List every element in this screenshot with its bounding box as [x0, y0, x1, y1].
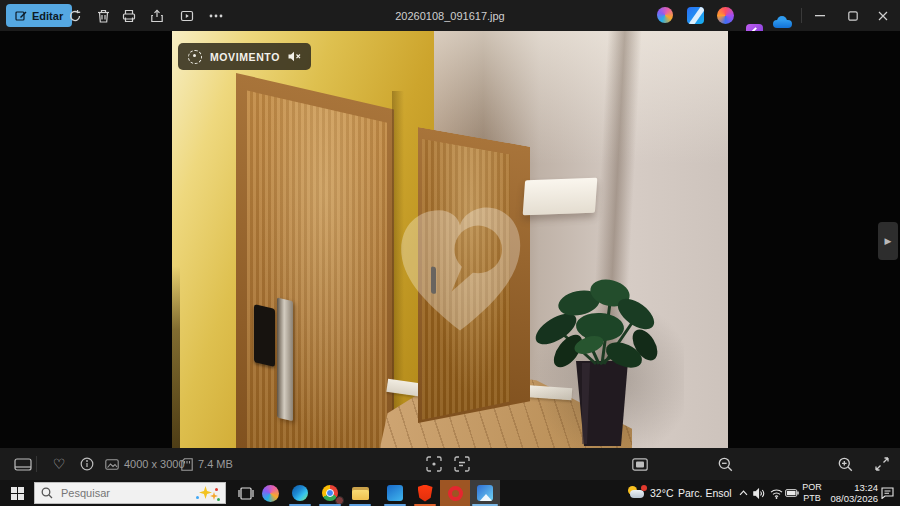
search-icon: [41, 487, 53, 499]
taskbar-edge[interactable]: [285, 480, 315, 506]
tray-chevron-up-icon[interactable]: [736, 480, 750, 506]
onedrive-icon[interactable]: [773, 7, 790, 24]
language-indicator[interactable]: POR PTB: [802, 482, 822, 504]
search-input[interactable]: [59, 486, 171, 500]
wall-fixture: [523, 178, 598, 215]
weather-alert-badge: [641, 485, 647, 491]
file-size: 7.4 MB: [198, 448, 233, 480]
network-icon[interactable]: [768, 480, 784, 506]
clock-time: 13:24: [854, 482, 878, 493]
weather-condition[interactable]: Parc. Ensol: [678, 480, 732, 506]
door-left-panel: [247, 91, 387, 448]
taskbar-clock[interactable]: 13:24 08/03/2026: [822, 482, 878, 504]
zoom-out-icon[interactable]: [714, 448, 736, 480]
taskbar: 32°C Parc. Ensol POR PTB 13:24 08/03/202…: [0, 480, 900, 506]
filesize-icon: [178, 448, 196, 480]
statusbar-divider: [36, 456, 37, 472]
taskbar-brave[interactable]: [410, 480, 440, 506]
favorite-heart-icon[interactable]: ♡: [48, 448, 70, 480]
volume-icon[interactable]: [751, 480, 767, 506]
keyboard-layout: PTB: [803, 493, 821, 504]
motion-label: MOVIMENTO: [210, 51, 280, 63]
photo-stage: MOVIMENTO ▶: [0, 31, 900, 448]
copilot-icon[interactable]: [657, 7, 673, 23]
weather-icon[interactable]: [626, 480, 648, 506]
battery-icon[interactable]: [784, 480, 800, 506]
fullscreen-icon[interactable]: [870, 448, 894, 480]
zoom-in-icon[interactable]: [834, 448, 856, 480]
taskbar-app-blue-box[interactable]: [380, 480, 410, 506]
motion-icon: [188, 50, 202, 64]
fit-to-window-icon[interactable]: [628, 448, 652, 480]
taskbar-search[interactable]: [34, 482, 226, 504]
zoom-to-fill-icon[interactable]: [422, 448, 446, 480]
filmstrip-toggle-icon[interactable]: [10, 448, 36, 480]
taskbar-copilot[interactable]: [255, 480, 285, 506]
language-code: POR: [802, 482, 822, 493]
info-icon[interactable]: [76, 448, 98, 480]
photo-canvas[interactable]: MOVIMENTO: [172, 31, 728, 448]
dimensions-icon: [103, 448, 121, 480]
image-dimensions: 4000 x 3000: [124, 448, 185, 480]
action-center-icon[interactable]: [878, 480, 896, 506]
heart-watermark: [390, 193, 530, 345]
window-title: 20260108_091617.jpg: [0, 0, 900, 31]
paint-icon[interactable]: [717, 7, 734, 24]
weather-temperature[interactable]: 32°C: [650, 480, 673, 506]
close-button[interactable]: [866, 0, 900, 31]
mute-icon[interactable]: [288, 51, 301, 62]
left-edge-shadow: [172, 266, 180, 448]
status-bar: ♡ 4000 x 3000 7.4 MB 21%: [0, 448, 900, 480]
next-arrow-icon: ▶: [885, 236, 892, 246]
start-button[interactable]: [0, 480, 34, 506]
door-smart-lock: [254, 304, 275, 367]
next-image-button[interactable]: ▶: [878, 222, 898, 260]
motion-photo-badge[interactable]: MOVIMENTO: [178, 43, 311, 70]
visual-search-icon[interactable]: [450, 448, 474, 480]
door-left: [236, 73, 394, 448]
windows-logo-icon: [11, 487, 24, 500]
photos-app-window: Editar 20260108_091617.jpg: [0, 0, 900, 506]
taskbar-photos-active[interactable]: [470, 480, 500, 506]
door-handle-bar: [277, 297, 293, 421]
designer-icon[interactable]: [687, 7, 704, 24]
copilot-sparkles-icon: [193, 484, 219, 502]
title-bar: Editar 20260108_091617.jpg: [0, 0, 900, 31]
clock-date: 08/03/2026: [830, 493, 878, 504]
maximize-button[interactable]: [836, 0, 870, 31]
minimize-button[interactable]: [803, 0, 837, 31]
taskbar-file-explorer[interactable]: [345, 480, 375, 506]
taskbar-opera[interactable]: [440, 480, 470, 506]
taskbar-chrome[interactable]: [315, 480, 345, 506]
potted-plant: [524, 259, 674, 448]
titlebar-divider: [801, 8, 802, 23]
